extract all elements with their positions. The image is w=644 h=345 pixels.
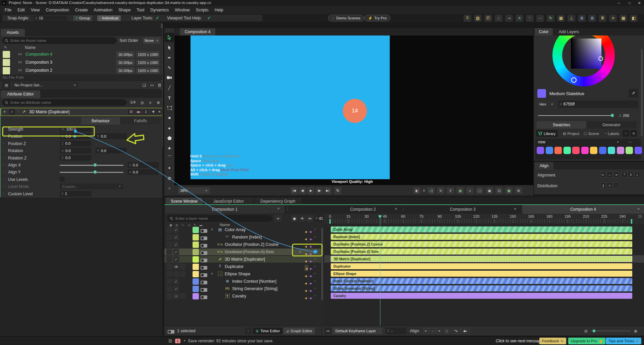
value-field-y[interactable]: Y0.0	[95, 148, 127, 153]
layer-name[interactable]: Random [Index]	[232, 235, 262, 239]
display-icon[interactable]: ▢	[476, 187, 483, 194]
go-start-button[interactable]: |◀	[290, 187, 298, 194]
zoom-out-icon[interactable]: ⊖	[583, 328, 589, 334]
library-swatch[interactable]	[554, 147, 562, 154]
tool-pen[interactable]: ✒	[165, 53, 174, 62]
asset-row[interactable]: ▭Composition 430.00fps1920 x 1080	[0, 51, 162, 58]
asset-color-swatch[interactable]	[3, 59, 10, 66]
close-tab-icon[interactable]: ✕	[514, 207, 517, 211]
tool-overflow-button[interactable]: »	[165, 185, 174, 192]
field-value[interactable]: 100.0	[66, 127, 76, 131]
source-scene-button[interactable]: ▢ Scene	[582, 130, 601, 137]
tab-assets[interactable]: Assets	[1, 29, 25, 36]
enabled-check-button[interactable]: ✓	[9, 109, 15, 115]
alpha-slider-knob[interactable]	[610, 114, 614, 117]
layer-row-ellipse-shape[interactable]: ▼○Ellipse Shape◀▶○	[164, 271, 321, 277]
value-field-z[interactable]: Z0.0	[60, 155, 91, 161]
delete-asset-button[interactable]	[156, 81, 162, 89]
individual-mode-button[interactable]: ◦ Individual	[97, 15, 121, 21]
footer-frame-field[interactable]: F -	[386, 328, 407, 334]
minimize-button[interactable]: –	[614, 0, 624, 6]
attribute-search-input[interactable]	[10, 100, 124, 105]
value-field-x[interactable]: X0.0	[60, 133, 91, 139]
tab-behaviour[interactable]: Behaviour	[81, 117, 120, 125]
layer-color-swatch[interactable]	[193, 264, 199, 270]
layer-row-random-index-[interactable]: ✓×∷Random [Index]◀▶○	[164, 234, 321, 240]
layer-visibility-cell[interactable]: ✓	[173, 256, 179, 262]
collapse-chevron-icon[interactable]: ▼	[3, 110, 6, 114]
field-value[interactable]: 0.0	[65, 141, 70, 145]
toolbar-align-top-icon[interactable]: ≣	[578, 15, 586, 22]
menu-item-animation[interactable]: Animation	[91, 8, 116, 12]
layer-visibility-cell[interactable]	[173, 264, 179, 270]
layer-color-swatch[interactable]	[193, 286, 199, 292]
layer-toggle[interactable]	[201, 243, 207, 249]
next-keyframe-button[interactable]: ▶	[310, 258, 312, 264]
prev-frame-button[interactable]: ◀|	[299, 187, 306, 194]
asset-color-swatch[interactable]	[3, 51, 10, 58]
timeline-ruler[interactable]: 0153045607590105120135150165180195210225…	[324, 214, 644, 219]
menu-item-composition[interactable]: Composition	[43, 8, 72, 12]
library-swatch[interactable]	[626, 147, 633, 154]
field-value[interactable]: 0.0	[101, 134, 106, 138]
viewport-help-check-icon[interactable]: ✓	[207, 15, 211, 20]
prev-keyframe-button[interactable]: ◀	[305, 235, 307, 242]
layer-visibility-cell[interactable]: ✓	[173, 242, 179, 248]
dock-button[interactable]: ▫	[245, 328, 252, 334]
layer-name[interactable]: Oscillator [Position.Z] Cosine	[225, 242, 278, 247]
project-set-select[interactable]: No Project Set... ▼	[12, 81, 78, 89]
connection-dot[interactable]	[314, 250, 317, 253]
footer-align-center-button[interactable]: ⇔	[430, 328, 435, 334]
tool-arc[interactable]: ⌒	[165, 153, 174, 163]
layer-toggle[interactable]	[201, 265, 207, 271]
source-library-button[interactable]: Library	[536, 130, 558, 137]
tool-direct-select[interactable]	[165, 43, 174, 52]
library-swatch[interactable]	[546, 147, 553, 154]
color-panel-scrollbar[interactable]	[641, 49, 643, 136]
prev-keyframe-button[interactable]: ◀	[305, 243, 307, 249]
tab-dependency-graph[interactable]: Dependency Graph	[255, 198, 301, 205]
layer-toggle[interactable]	[201, 280, 207, 286]
menu-item-view[interactable]: View	[28, 8, 43, 12]
tips-tricks-button[interactable]: Tips and Tricks ➤	[606, 338, 641, 344]
library-swatch[interactable]	[608, 147, 615, 154]
source-project-button[interactable]: ▤ Project	[561, 130, 581, 137]
layer-visibility-cell[interactable]: ✓	[173, 249, 179, 255]
layer-name[interactable]: Cavalry	[232, 294, 246, 298]
hue-selector[interactable]	[571, 77, 577, 83]
tool-rectangle[interactable]: ■	[165, 113, 174, 123]
next-keyframe-button[interactable]: ▶	[310, 287, 312, 293]
connector-socket-icon[interactable]: ○	[3, 149, 4, 152]
keyframe-circle[interactable]: ○	[314, 227, 316, 231]
asset-row[interactable]: ▭Composition 230.00fps1920 x 1080	[0, 67, 162, 74]
slider-knob[interactable]	[93, 163, 97, 167]
distribute-v-button[interactable]: ≡	[607, 183, 612, 188]
tool-polygon[interactable]	[165, 133, 174, 143]
layer-name[interactable]: Oscillator [Position.X] Sine	[225, 250, 274, 254]
field-value[interactable]: 0.0	[133, 163, 138, 167]
tool-pencil[interactable]: ✎	[165, 63, 174, 72]
field-value[interactable]: 0.0	[101, 149, 106, 153]
connector-socket-icon[interactable]: ○	[3, 192, 4, 195]
prev-keyframe-button[interactable]: ◀	[305, 272, 307, 278]
toolbar-scatter-icon[interactable]: ∴	[495, 15, 502, 22]
tab-swatches[interactable]: Swatches	[537, 121, 586, 129]
layer-color-swatch[interactable]	[193, 249, 199, 255]
tab-composition-3[interactable]: Composition 3✕	[405, 205, 521, 214]
connector-socket-icon[interactable]: ○	[3, 142, 4, 145]
menu-item-file[interactable]: File	[2, 8, 14, 12]
level-mode-select[interactable]: Custom...▼	[60, 184, 123, 189]
next-frame-button[interactable]: |▶	[316, 187, 323, 194]
connector-socket-icon[interactable]: ○	[3, 134, 4, 138]
align-left-button[interactable]: ⇤	[600, 172, 606, 178]
slider-track[interactable]	[60, 172, 123, 173]
close-tab-icon[interactable]: ✕	[395, 207, 397, 211]
tab-scene-window[interactable]: Scene Window	[166, 198, 203, 205]
drag-handle-icon[interactable]: ⋯	[164, 28, 174, 32]
layer-list-scrollbar[interactable]	[321, 228, 323, 300]
layer-visibility-cell[interactable]: ✓	[173, 286, 179, 292]
toolbar-align-bars-icon[interactable]: ≡	[516, 15, 523, 22]
keyframe-circle[interactable]: ○	[314, 286, 316, 290]
align-center-h-button[interactable]: ⇔	[607, 172, 612, 178]
library-swatch[interactable]	[581, 147, 589, 154]
